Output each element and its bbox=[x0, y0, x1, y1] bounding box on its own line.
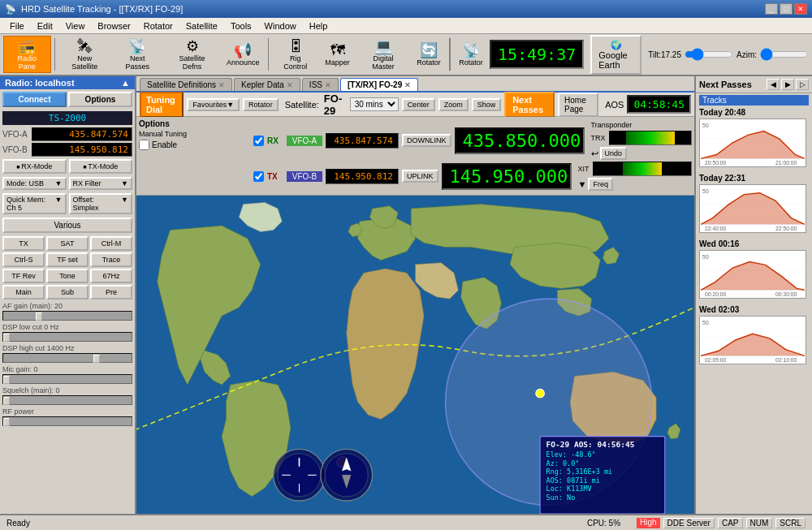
ctrl-s-button[interactable]: Ctrl-S bbox=[2, 252, 45, 267]
menu-view[interactable]: View bbox=[59, 19, 92, 32]
minimize-button[interactable]: _ bbox=[765, 3, 778, 15]
menu-browser[interactable]: Browser bbox=[91, 19, 136, 32]
dsp-high-thumb[interactable] bbox=[93, 355, 100, 363]
options-button[interactable]: Options bbox=[68, 92, 132, 107]
svg-text:50: 50 bbox=[702, 188, 709, 194]
maximize-button[interactable]: □ bbox=[780, 3, 793, 15]
toolbar-rotator[interactable]: 🔄 Rotator bbox=[412, 36, 446, 73]
rx-mode-button[interactable]: RX-Mode bbox=[2, 159, 67, 174]
rx-checkbox[interactable] bbox=[253, 136, 264, 146]
uplink-button[interactable]: UPLINK bbox=[402, 170, 438, 183]
pre-button[interactable]: Pre bbox=[90, 285, 132, 299]
tilt-slider[interactable] bbox=[685, 48, 733, 61]
next-passes-title: Next Passes bbox=[699, 80, 752, 89]
trace-button[interactable]: Trace bbox=[90, 252, 132, 267]
favourites-button[interactable]: Favourites▼ bbox=[187, 98, 240, 111]
np-prev-button[interactable]: ◀ bbox=[767, 79, 780, 90]
center-area: Satellite Definitions ✕ Kepler Data ✕ IS… bbox=[136, 76, 694, 514]
map-container[interactable]: FO-29 AOS: 04:56:45 Elev: -48.6° Az: 0.0… bbox=[136, 196, 694, 514]
rx-filter-dropdown[interactable]: RX Filter ▼ bbox=[69, 177, 133, 190]
toolbar-next-passes[interactable]: 📡 Next Passes bbox=[112, 36, 162, 73]
zoom-button[interactable]: Zoom bbox=[438, 98, 469, 111]
np-play-button[interactable]: ▷ bbox=[796, 79, 809, 90]
toolbar-rotator2[interactable]: 📡 Rotator bbox=[454, 36, 488, 73]
tf-set-button[interactable]: TF set bbox=[46, 252, 89, 267]
toolbar-satellite-defns[interactable]: ⚙ Satellite Defns bbox=[164, 36, 220, 73]
tab-kepler-close[interactable]: ✕ bbox=[287, 81, 293, 89]
tab-iss-close[interactable]: ✕ bbox=[325, 81, 331, 89]
squelch-thumb[interactable] bbox=[3, 397, 10, 405]
show-button[interactable]: Show bbox=[472, 98, 502, 111]
connect-button[interactable]: Connect bbox=[2, 92, 67, 107]
menu-satellite[interactable]: Satellite bbox=[179, 19, 224, 32]
tab-iss[interactable]: ISS ✕ bbox=[302, 78, 339, 91]
tuning-dial-button[interactable]: Tuning Dial bbox=[140, 92, 184, 118]
dsp-low-thumb[interactable] bbox=[3, 334, 10, 342]
toolbar-mapper[interactable]: 🗺 Mapper bbox=[320, 36, 355, 73]
status-right: High DDE Server CAP NUM SCRL bbox=[637, 518, 806, 528]
pass-item-4: Wed 02:03 02:05:00 02:10:00 50 bbox=[699, 305, 809, 364]
menu-rotator[interactable]: Rotator bbox=[137, 19, 179, 32]
menu-window[interactable]: Window bbox=[258, 19, 303, 32]
mic-gain-thumb[interactable] bbox=[3, 376, 10, 384]
rotator-button[interactable]: Rotator bbox=[243, 98, 279, 111]
tab-sat-def-label: Satellite Definitions bbox=[147, 80, 216, 89]
mic-gain-label: Mic gain: 0 bbox=[2, 365, 132, 373]
tx-checkbox[interactable] bbox=[253, 171, 264, 182]
dsp-high-label: DSP high cut 1400 Hz bbox=[2, 344, 132, 352]
np-next-button[interactable]: ▶ bbox=[781, 79, 794, 90]
google-earth-button[interactable]: 🌍 Google Earth bbox=[590, 35, 641, 75]
toolbar-rig-control[interactable]: 🎛 Rig Control bbox=[272, 36, 318, 73]
various-button[interactable]: Various bbox=[2, 218, 132, 233]
aos-display: 04:58:45 bbox=[627, 95, 691, 114]
toolbar-announce[interactable]: 📢 Announce bbox=[222, 36, 264, 73]
toolbar-radio-pane[interactable]: 📻 Radio Pane bbox=[3, 36, 51, 73]
downlink-button[interactable]: DOWNLINK bbox=[402, 134, 451, 147]
close-button[interactable]: ✕ bbox=[794, 3, 807, 15]
tx-mode-button[interactable]: TX-Mode bbox=[69, 159, 133, 174]
tx-button[interactable]: TX bbox=[2, 236, 45, 251]
dde-server-button[interactable]: DDE Server bbox=[663, 518, 715, 528]
quick-mem-dropdown[interactable]: Quick Mem: Ch 5 ▼ bbox=[2, 193, 67, 214]
main-button[interactable]: Main bbox=[2, 285, 45, 299]
tab-satellite-definitions[interactable]: Satellite Definitions ✕ bbox=[140, 78, 232, 91]
scrl-button[interactable]: SCRL bbox=[775, 518, 806, 528]
rf-power-thumb[interactable] bbox=[3, 418, 10, 426]
af-gain-thumb[interactable] bbox=[36, 312, 42, 321]
undo-button[interactable]: Undo bbox=[600, 147, 628, 160]
toolbar-digital-master[interactable]: 💻 Digital Master bbox=[356, 36, 410, 73]
tf-rev-button[interactable]: TF Rev bbox=[2, 269, 45, 283]
mode-dropdown[interactable]: Mode: USB ▼ bbox=[2, 177, 67, 190]
ctrl-m-button[interactable]: Ctrl-M bbox=[90, 236, 132, 251]
home-page-button[interactable]: Home Page bbox=[558, 93, 598, 117]
num-button[interactable]: NUM bbox=[746, 518, 773, 528]
tab-sat-def-close[interactable]: ✕ bbox=[218, 81, 225, 89]
rf-power-track bbox=[2, 416, 132, 426]
menu-edit[interactable]: Edit bbox=[31, 19, 59, 32]
cap-button[interactable]: CAP bbox=[718, 518, 743, 528]
offset-dropdown[interactable]: Offset: Simplex ▼ bbox=[69, 193, 133, 214]
hz67-button[interactable]: 67Hz bbox=[90, 269, 132, 283]
vfo-b-value: 145.950.812 bbox=[32, 143, 132, 157]
sub-button[interactable]: Sub bbox=[46, 285, 89, 299]
next-passes-button[interactable]: Next Passes bbox=[504, 92, 555, 118]
sat-button[interactable]: SAT bbox=[46, 236, 89, 251]
toolbar-new-satellite[interactable]: 🛰 New Satellite bbox=[58, 36, 110, 73]
tab-kepler-data[interactable]: Kepler Data ✕ bbox=[234, 78, 300, 91]
azim-slider[interactable] bbox=[760, 48, 809, 61]
menu-tools[interactable]: Tools bbox=[224, 19, 258, 32]
vfo-b-freq-label: VFO-B bbox=[287, 171, 322, 182]
tab-fo29[interactable]: [TX/RX] FO-29 ✕ bbox=[340, 78, 418, 91]
function-buttons: TX SAT Ctrl-M Ctrl-S TF set Trace TF Rev… bbox=[2, 236, 132, 299]
rx-filter-arrow: ▼ bbox=[121, 179, 128, 187]
freq-dropdown[interactable]: Freq bbox=[588, 178, 613, 191]
quick-mem-row: Quick Mem: Ch 5 ▼ Offset: Simplex ▼ bbox=[0, 192, 135, 216]
enable-checkbox[interactable] bbox=[139, 140, 149, 150]
tab-fo29-close[interactable]: ✕ bbox=[404, 81, 411, 89]
toolbar-sep-1 bbox=[54, 38, 56, 71]
tone-button[interactable]: Tone bbox=[46, 269, 89, 283]
center-button[interactable]: Center bbox=[402, 98, 435, 111]
track-select[interactable]: 30 mins 1 hour 2 hours bbox=[350, 97, 399, 111]
menu-help[interactable]: Help bbox=[303, 19, 335, 32]
menu-file[interactable]: File bbox=[3, 19, 31, 32]
